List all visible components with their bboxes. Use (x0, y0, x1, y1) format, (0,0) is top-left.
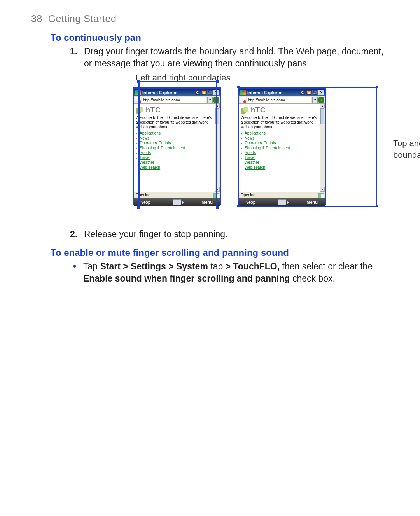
step-2: Release your finger to stop panning. (70, 228, 389, 240)
softkey-right: Menu (306, 199, 318, 205)
gprs-icon: G (195, 90, 200, 95)
link-applications: Applications (245, 131, 266, 135)
scroll-thumb (320, 108, 324, 124)
browser-viewport: ▴ ▾ hTC Welcome to the HTC mobile websit… (239, 104, 325, 192)
link-websearch: Web search (140, 165, 160, 170)
chapter-title: Getting Started (48, 13, 117, 24)
scroll-up-icon: ▴ (215, 104, 220, 108)
list-item: ▸Applications (136, 131, 220, 136)
list-item: ▸News (241, 136, 325, 141)
scroll-down-icon: ▾ (320, 187, 325, 192)
address-bar: ▾ ➔ (239, 96, 325, 104)
step-1-text: Drag your finger towards the boundary an… (84, 46, 383, 68)
titlebar: Internet Explorer G 📶 🔊 ✕ (239, 89, 325, 96)
list-item: ▸Shopping & Entertainment (241, 146, 325, 151)
go-icon: ➔ (318, 97, 324, 103)
list-item: ▸Operators' Portals (241, 141, 325, 146)
brand-text: hTC (251, 105, 266, 115)
keyboard-icon (173, 199, 181, 205)
list-item: ▸Web search (136, 165, 220, 170)
status-bar: Opening... (239, 192, 325, 198)
softkey-left: Stop (141, 199, 150, 205)
status-text: Opening... (241, 193, 259, 197)
url-field (142, 97, 206, 103)
scrollbar: ▴ ▾ (320, 104, 325, 192)
link-list: ▸Applications ▸News ▸Operators' Portals … (241, 131, 325, 170)
windows-flag-icon (240, 90, 246, 95)
guide-cap (376, 205, 378, 207)
guide-cap (237, 205, 240, 207)
bullet-text: Tap Start > Settings > System tab > Touc… (83, 261, 373, 283)
scroll-up-icon: ▴ (320, 104, 325, 108)
section-heading-sound: To enable or mute finger scrolling and p… (51, 247, 389, 258)
brand-text: hTC (146, 105, 161, 115)
softkey-bar: Stop Menu (239, 198, 325, 206)
page-icon (135, 97, 141, 103)
guide-cap (216, 206, 219, 209)
guide-cap (237, 86, 240, 88)
guide-line (138, 81, 140, 207)
dropdown-icon: ▾ (312, 97, 318, 103)
list-item: ▸Travel (136, 156, 220, 161)
guide-cap (137, 80, 140, 83)
guide-line (216, 81, 217, 207)
manual-page: 38 Getting Started To continuously pan D… (0, 0, 420, 516)
guide-cap (137, 206, 140, 209)
close-icon: ✕ (318, 90, 324, 95)
dropdown-icon: ▾ (207, 97, 213, 103)
progress-icon (318, 193, 324, 198)
link-news: News (245, 136, 254, 140)
link-sports: Sports (245, 150, 256, 155)
keyboard-icon (278, 199, 286, 205)
bullet-touchflo: Tap Start > Settings > System tab > Touc… (69, 261, 389, 285)
link-sports: Sports (140, 150, 151, 155)
list-item: ▸News (136, 136, 220, 141)
list-item: ▸Shopping & Entertainment (136, 146, 220, 151)
list-item: ▸Web search (241, 165, 325, 170)
link-travel: Travel (140, 156, 150, 160)
phones-icon (241, 106, 249, 114)
link-weather: Weather (245, 160, 259, 164)
link-websearch: Web search (245, 165, 265, 170)
volume-icon: 🔊 (207, 90, 213, 95)
guide-cap (216, 80, 219, 83)
gprs-icon: G (300, 90, 305, 95)
link-list: ▸Applications ▸News ▸Operators' Portals … (136, 131, 220, 170)
link-news: News (140, 136, 149, 140)
guide-line (376, 87, 377, 207)
htc-logo: hTC (136, 105, 220, 115)
list-item: ▸Travel (241, 156, 325, 161)
list-item: ▸Weather (241, 160, 325, 165)
link-applications: Applications (140, 131, 161, 135)
softkey-right: Menu (201, 199, 213, 205)
list-item: ▸Sports (136, 150, 220, 156)
link-shopping: Shopping & Entertainment (140, 146, 185, 150)
section-heading-pan: To continuously pan (51, 32, 389, 43)
volume-icon: 🔊 (312, 90, 318, 95)
guide-cap (376, 86, 378, 88)
guide-line (238, 206, 377, 207)
list-item: ▸Sports (241, 150, 325, 156)
list-item: ▸Operators' Portals (136, 141, 220, 146)
address-bar: ▾ ➔ (134, 96, 220, 104)
bullet-list: Tap Start > Settings > System tab > Touc… (69, 261, 389, 285)
screenshot-left: Internet Explorer G 📶 🔊 ✕ ▾ ➔ (133, 87, 221, 205)
system-tray: G 📶 🔊 ✕ (300, 90, 325, 95)
softkey-left: Stop (246, 199, 256, 205)
windows-flag-icon (135, 90, 141, 95)
link-operators: Operators' Portals (140, 141, 171, 145)
link-shopping: Shopping & Entertainment (245, 146, 290, 150)
welcome-text: Welcome to the HTC mobile website. Here'… (239, 115, 325, 131)
app-title: Internet Explorer (142, 90, 194, 96)
step-1: Drag your finger towards the boundary an… (70, 45, 389, 221)
url-field (247, 97, 312, 103)
guide-line (138, 81, 217, 82)
step-2-text: Release your finger to stop panning. (84, 229, 228, 239)
scroll-down-icon: ▾ (215, 187, 220, 192)
page-number: 38 (31, 13, 42, 24)
softkey-bar: Stop Menu (134, 198, 220, 206)
status-bar: Opening... (134, 192, 220, 198)
link-weather: Weather (140, 160, 154, 164)
phones-icon (136, 106, 144, 114)
welcome-text: Welcome to the HTC mobile website. Here'… (134, 115, 220, 131)
